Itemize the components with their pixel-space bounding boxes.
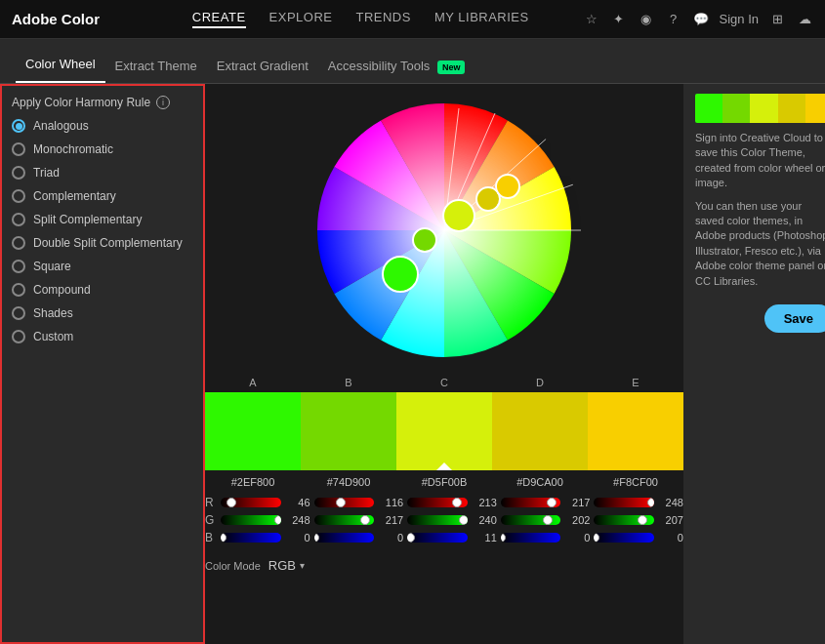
swatch-label-a: A [207,377,299,388]
signin-label[interactable]: Sign In [720,12,759,26]
swatch-d[interactable] [492,392,588,470]
swatch-e[interactable] [588,392,683,470]
rule-triad[interactable]: Triad [12,164,193,181]
b-row: B 0 0 11 0 0 [205,531,683,544]
swatch-label-b: B [303,377,394,388]
rule-complementary[interactable]: Complementary [12,187,193,205]
r-label: R [205,496,217,509]
swatch-c[interactable] [396,392,492,470]
theme-swatch-5 [805,94,825,123]
help-icon[interactable]: ? [665,11,682,28]
slider-g-b[interactable] [314,515,375,525]
rule-double-split[interactable]: Double Split Complementary [12,234,193,252]
right-description-2: You can then use your saved color themes… [695,199,825,289]
handle-a [383,257,418,292]
slider-b-e[interactable] [594,533,654,543]
handle-e [496,175,519,198]
nav-items: CREATE EXPLORE TRENDS MY LIBRARIES [139,10,583,28]
tab-extract-theme[interactable]: Extract Theme [105,59,207,83]
hex-labels: #2EF800 #74D900 #D5F00B #D9CA00 #F8CF00 [205,476,683,488]
chevron-down-icon: ▾ [300,560,305,571]
handle-c [443,200,474,231]
nav-item-libraries[interactable]: MY LIBRARIES [434,10,529,28]
slider-g-c[interactable] [407,515,468,525]
color-wheel[interactable] [308,94,581,367]
slider-b-d[interactable] [501,533,561,543]
radio-double-split[interactable] [12,236,25,250]
val-g-a: 248 [285,514,310,526]
hex-d: #D9CA00 [494,476,586,488]
val-b-c: 11 [472,532,497,543]
cloud-icon[interactable]: ☁ [796,11,813,28]
theme-swatch-4 [778,94,805,123]
val-g-e: 207 [658,514,683,526]
swatch-labels: A B C D E [205,377,683,388]
star-icon[interactable]: ☆ [583,11,600,28]
top-navigation: Adobe Color CREATE EXPLORE TRENDS MY LIB… [0,0,825,39]
color-mode-select[interactable]: RGB ▾ [268,558,305,573]
rule-square[interactable]: Square [12,258,193,275]
b-label: B [205,531,217,544]
swatch-b[interactable] [301,392,396,470]
rule-monochromatic[interactable]: Monochromatic [12,141,193,158]
main-content: Apply Color Harmony Rule i Analogous Mon… [0,84,825,644]
val-r-a: 46 [285,497,310,508]
val-b-b: 0 [378,532,403,543]
rule-custom[interactable]: Custom [12,328,193,345]
sub-navigation: Color Wheel Extract Theme Extract Gradie… [0,39,825,84]
slider-g-e[interactable] [594,515,654,525]
slider-r-b[interactable] [314,498,375,507]
color-mode-section: Color Mode RGB ▾ [205,558,683,573]
slider-g-d[interactable] [501,515,561,525]
slider-r-d[interactable] [501,498,561,507]
radio-complementary[interactable] [12,189,25,203]
slider-r-c[interactable] [407,498,468,507]
theme-swatch-3 [750,94,777,123]
swatch-label-d: D [494,377,586,388]
slider-g-a[interactable] [221,515,281,525]
nav-item-explore[interactable]: EXPLORE [269,10,333,28]
val-b-a: 0 [285,532,310,543]
radio-shades[interactable] [12,306,25,320]
hex-e: #F8CF00 [590,476,681,488]
rule-split-complementary[interactable]: Split Complementary [12,211,193,228]
rule-compound[interactable]: Compound [12,281,193,299]
radio-compound[interactable] [12,283,25,297]
save-button[interactable]: Save [764,304,825,333]
nav-item-create[interactable]: CREATE [192,10,246,28]
grid-icon[interactable]: ⊞ [768,11,786,28]
slider-b-c[interactable] [407,533,468,543]
radio-custom[interactable] [12,330,25,343]
radio-monochromatic[interactable] [12,142,25,156]
val-r-e: 248 [658,497,683,508]
rule-shades[interactable]: Shades [12,304,193,322]
radio-square[interactable] [12,260,25,273]
sun-icon[interactable]: ✦ [610,11,628,28]
tab-color-wheel[interactable]: Color Wheel [16,57,105,83]
chat-icon[interactable]: 💬 [692,11,710,28]
g-label: G [205,513,217,527]
swatch-a[interactable] [205,392,301,470]
radio-triad[interactable] [12,166,25,180]
color-mode-label: Color Mode [205,560,261,572]
info-icon[interactable]: i [156,96,170,109]
tab-accessibility-tools[interactable]: Accessibility Tools New [318,59,475,83]
swatches-row [205,392,683,470]
radio-split-complementary[interactable] [12,213,25,226]
rule-analogous[interactable]: Analogous [12,117,193,135]
radio-analogous[interactable] [12,119,25,133]
new-badge: New [437,60,466,74]
swatches-container: A B C D E #2EF800 #74D900 #D5F00B #D9CA0… [205,377,683,488]
nav-item-trends[interactable]: TRENDS [355,10,410,28]
handle-b [413,228,436,252]
nav-right: ☆ ✦ ◉ ? 💬 Sign In ⊞ ☁ [583,11,813,28]
color-wheel-container[interactable] [308,94,581,367]
panel-title: Apply Color Harmony Rule i [12,96,193,109]
slider-b-b[interactable] [314,533,375,543]
slider-r-a[interactable] [221,498,281,507]
val-r-c: 213 [472,497,497,508]
slider-b-a[interactable] [221,533,281,543]
tab-extract-gradient[interactable]: Extract Gradient [207,59,318,83]
color-wheel-icon[interactable]: ◉ [638,11,655,28]
slider-r-e[interactable] [594,498,654,507]
